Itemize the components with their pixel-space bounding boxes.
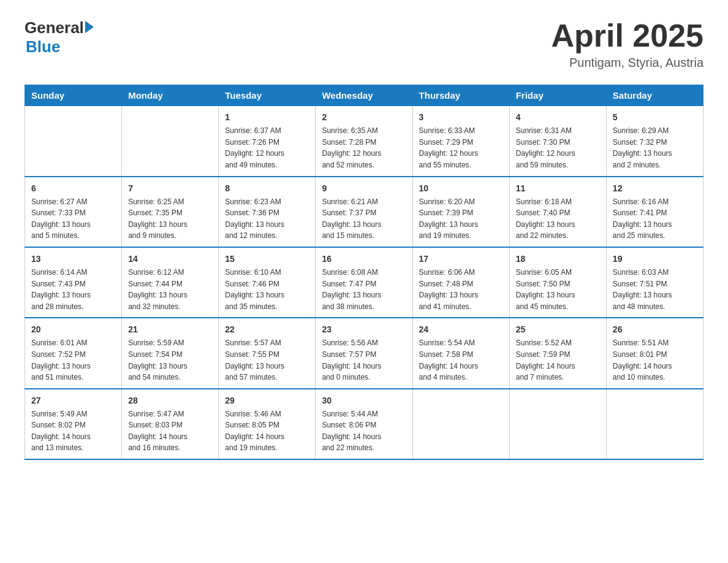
day-number: 23 bbox=[322, 323, 406, 336]
calendar-cell bbox=[25, 106, 122, 177]
header-day-sunday: Sunday bbox=[25, 85, 122, 106]
day-info: Sunrise: 5:49 AM Sunset: 8:02 PM Dayligh… bbox=[31, 408, 115, 454]
day-number: 21 bbox=[128, 323, 212, 336]
day-number: 19 bbox=[613, 253, 697, 266]
logo: General Blue bbox=[25, 18, 94, 56]
location-title: Puntigam, Styria, Austria bbox=[551, 56, 703, 70]
calendar-cell: 22Sunrise: 5:57 AM Sunset: 7:55 PM Dayli… bbox=[219, 318, 316, 388]
day-number: 16 bbox=[322, 253, 406, 266]
day-info: Sunrise: 5:46 AM Sunset: 8:05 PM Dayligh… bbox=[225, 408, 309, 454]
day-number: 7 bbox=[128, 182, 212, 195]
day-info: Sunrise: 6:08 AM Sunset: 7:47 PM Dayligh… bbox=[322, 267, 406, 312]
calendar-week-row: 27Sunrise: 5:49 AM Sunset: 8:02 PM Dayli… bbox=[25, 389, 703, 459]
day-number: 14 bbox=[128, 253, 212, 266]
day-info: Sunrise: 5:56 AM Sunset: 7:57 PM Dayligh… bbox=[322, 337, 406, 383]
calendar-cell bbox=[509, 389, 606, 459]
header-day-monday: Monday bbox=[122, 85, 219, 106]
calendar-cell: 18Sunrise: 6:05 AM Sunset: 7:50 PM Dayli… bbox=[509, 247, 606, 318]
calendar-cell: 29Sunrise: 5:46 AM Sunset: 8:05 PM Dayli… bbox=[219, 389, 316, 459]
calendar-cell: 8Sunrise: 6:23 AM Sunset: 7:36 PM Daylig… bbox=[219, 177, 316, 247]
day-number: 12 bbox=[613, 182, 697, 195]
calendar-cell: 2Sunrise: 6:35 AM Sunset: 7:28 PM Daylig… bbox=[316, 106, 412, 177]
header-day-friday: Friday bbox=[509, 85, 606, 106]
calendar-cell: 4Sunrise: 6:31 AM Sunset: 7:30 PM Daylig… bbox=[509, 106, 606, 177]
calendar-cell: 24Sunrise: 5:54 AM Sunset: 7:58 PM Dayli… bbox=[412, 318, 509, 388]
day-number: 15 bbox=[225, 253, 309, 266]
day-number: 3 bbox=[419, 111, 503, 124]
day-number: 26 bbox=[613, 323, 697, 336]
day-number: 8 bbox=[225, 182, 309, 195]
day-number: 28 bbox=[128, 394, 212, 407]
day-info: Sunrise: 5:51 AM Sunset: 8:01 PM Dayligh… bbox=[613, 337, 697, 383]
title-section: April 2025 Puntigam, Styria, Austria bbox=[551, 18, 703, 70]
calendar-cell: 23Sunrise: 5:56 AM Sunset: 7:57 PM Dayli… bbox=[316, 318, 412, 388]
day-number: 11 bbox=[516, 182, 600, 195]
calendar-cell: 10Sunrise: 6:20 AM Sunset: 7:39 PM Dayli… bbox=[412, 177, 509, 247]
calendar-cell: 12Sunrise: 6:16 AM Sunset: 7:41 PM Dayli… bbox=[606, 177, 703, 247]
calendar-week-row: 13Sunrise: 6:14 AM Sunset: 7:43 PM Dayli… bbox=[25, 247, 703, 318]
calendar-cell: 27Sunrise: 5:49 AM Sunset: 8:02 PM Dayli… bbox=[25, 389, 122, 459]
day-info: Sunrise: 5:57 AM Sunset: 7:55 PM Dayligh… bbox=[225, 337, 309, 383]
day-number: 2 bbox=[322, 111, 406, 124]
calendar-cell: 1Sunrise: 6:37 AM Sunset: 7:26 PM Daylig… bbox=[219, 106, 316, 177]
day-info: Sunrise: 6:33 AM Sunset: 7:29 PM Dayligh… bbox=[419, 125, 503, 170]
day-info: Sunrise: 6:01 AM Sunset: 7:52 PM Dayligh… bbox=[31, 337, 115, 383]
day-info: Sunrise: 5:54 AM Sunset: 7:58 PM Dayligh… bbox=[419, 337, 503, 383]
header-day-wednesday: Wednesday bbox=[316, 85, 412, 106]
header-day-saturday: Saturday bbox=[606, 85, 703, 106]
day-info: Sunrise: 6:21 AM Sunset: 7:37 PM Dayligh… bbox=[322, 196, 406, 242]
day-info: Sunrise: 6:29 AM Sunset: 7:32 PM Dayligh… bbox=[613, 125, 697, 170]
day-info: Sunrise: 5:52 AM Sunset: 7:59 PM Dayligh… bbox=[516, 337, 600, 383]
calendar-cell: 20Sunrise: 6:01 AM Sunset: 7:52 PM Dayli… bbox=[25, 318, 122, 388]
day-number: 13 bbox=[31, 253, 115, 266]
calendar-cell: 9Sunrise: 6:21 AM Sunset: 7:37 PM Daylig… bbox=[316, 177, 412, 247]
day-number: 30 bbox=[322, 394, 406, 407]
calendar-cell: 6Sunrise: 6:27 AM Sunset: 7:33 PM Daylig… bbox=[25, 177, 122, 247]
day-number: 25 bbox=[516, 323, 600, 336]
calendar-header-row: SundayMondayTuesdayWednesdayThursdayFrid… bbox=[25, 85, 703, 106]
calendar-cell: 17Sunrise: 6:06 AM Sunset: 7:48 PM Dayli… bbox=[412, 247, 509, 318]
calendar-cell: 30Sunrise: 5:44 AM Sunset: 8:06 PM Dayli… bbox=[316, 389, 412, 459]
day-number: 6 bbox=[31, 182, 115, 195]
logo-arrow-icon bbox=[85, 21, 94, 33]
calendar-week-row: 20Sunrise: 6:01 AM Sunset: 7:52 PM Dayli… bbox=[25, 318, 703, 388]
day-number: 27 bbox=[31, 394, 115, 407]
calendar-cell: 19Sunrise: 6:03 AM Sunset: 7:51 PM Dayli… bbox=[606, 247, 703, 318]
day-info: Sunrise: 6:23 AM Sunset: 7:36 PM Dayligh… bbox=[225, 196, 309, 242]
day-info: Sunrise: 6:20 AM Sunset: 7:39 PM Dayligh… bbox=[419, 196, 503, 242]
day-info: Sunrise: 6:05 AM Sunset: 7:50 PM Dayligh… bbox=[516, 267, 600, 312]
header-day-thursday: Thursday bbox=[412, 85, 509, 106]
day-info: Sunrise: 6:06 AM Sunset: 7:48 PM Dayligh… bbox=[419, 267, 503, 312]
day-info: Sunrise: 6:27 AM Sunset: 7:33 PM Dayligh… bbox=[31, 196, 115, 242]
day-info: Sunrise: 6:31 AM Sunset: 7:30 PM Dayligh… bbox=[516, 125, 600, 170]
day-number: 9 bbox=[322, 182, 406, 195]
calendar-cell: 25Sunrise: 5:52 AM Sunset: 7:59 PM Dayli… bbox=[509, 318, 606, 388]
calendar-cell bbox=[606, 389, 703, 459]
calendar-cell: 16Sunrise: 6:08 AM Sunset: 7:47 PM Dayli… bbox=[316, 247, 412, 318]
day-info: Sunrise: 5:44 AM Sunset: 8:06 PM Dayligh… bbox=[322, 408, 406, 454]
calendar-cell bbox=[412, 389, 509, 459]
logo-blue-text: Blue bbox=[26, 37, 60, 56]
logo-general-text: General bbox=[25, 18, 84, 37]
calendar-table: SundayMondayTuesdayWednesdayThursdayFrid… bbox=[25, 85, 703, 460]
day-info: Sunrise: 6:18 AM Sunset: 7:40 PM Dayligh… bbox=[516, 196, 600, 242]
calendar-week-row: 1Sunrise: 6:37 AM Sunset: 7:26 PM Daylig… bbox=[25, 106, 703, 177]
day-number: 5 bbox=[613, 111, 697, 124]
day-number: 10 bbox=[419, 182, 503, 195]
month-title: April 2025 bbox=[551, 18, 703, 53]
calendar-cell: 11Sunrise: 6:18 AM Sunset: 7:40 PM Dayli… bbox=[509, 177, 606, 247]
day-number: 18 bbox=[516, 253, 600, 266]
calendar-cell: 28Sunrise: 5:47 AM Sunset: 8:03 PM Dayli… bbox=[122, 389, 219, 459]
day-number: 4 bbox=[516, 111, 600, 124]
calendar-cell: 13Sunrise: 6:14 AM Sunset: 7:43 PM Dayli… bbox=[25, 247, 122, 318]
day-number: 17 bbox=[419, 253, 503, 266]
calendar-cell: 5Sunrise: 6:29 AM Sunset: 7:32 PM Daylig… bbox=[606, 106, 703, 177]
day-number: 29 bbox=[225, 394, 309, 407]
day-info: Sunrise: 6:16 AM Sunset: 7:41 PM Dayligh… bbox=[613, 196, 697, 242]
calendar-cell bbox=[122, 106, 219, 177]
day-number: 24 bbox=[419, 323, 503, 336]
calendar-cell: 26Sunrise: 5:51 AM Sunset: 8:01 PM Dayli… bbox=[606, 318, 703, 388]
calendar-cell: 3Sunrise: 6:33 AM Sunset: 7:29 PM Daylig… bbox=[412, 106, 509, 177]
day-info: Sunrise: 6:10 AM Sunset: 7:46 PM Dayligh… bbox=[225, 267, 309, 312]
day-info: Sunrise: 6:14 AM Sunset: 7:43 PM Dayligh… bbox=[31, 267, 115, 312]
